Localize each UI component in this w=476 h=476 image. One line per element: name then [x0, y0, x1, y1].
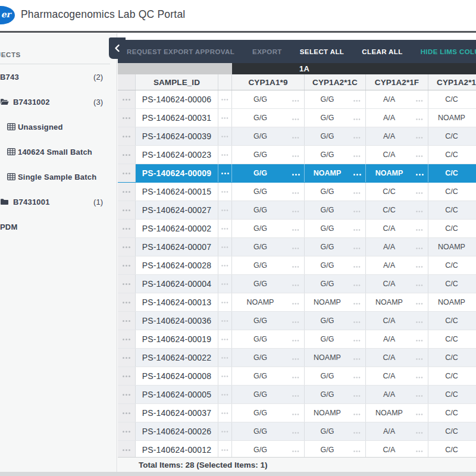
genotype-cell[interactable]: G/G: [232, 90, 305, 108]
sample-menu-cell[interactable]: [218, 293, 232, 311]
genotype-cell[interactable]: C/C: [428, 90, 476, 108]
table-row[interactable]: PS-140624-00019 G/G G/G A/A C/C: [118, 330, 476, 349]
sample-id-cell[interactable]: PS-140624-00012: [136, 441, 218, 457]
genotype-cell[interactable]: G/G: [305, 201, 366, 219]
genotype-cell[interactable]: NOAMP: [428, 293, 476, 311]
genotype-cell[interactable]: G/G: [232, 146, 305, 164]
genotype-cell[interactable]: NOAMP: [366, 293, 428, 311]
genotype-cell[interactable]: NOAMP: [232, 293, 305, 311]
table-row[interactable]: PS-140624-00009 G/G NOAMP NOAMP C/C: [118, 164, 476, 183]
genotype-cell[interactable]: NOAMP: [428, 238, 476, 256]
row-handle[interactable]: [118, 312, 136, 330]
table-row[interactable]: PS-140624-00028 G/G G/G A/A C/C: [118, 256, 476, 275]
genotype-cell[interactable]: C/C: [428, 312, 476, 330]
genotype-cell[interactable]: G/G: [232, 349, 305, 367]
sample-menu-cell[interactable]: [218, 256, 232, 274]
genotype-cell[interactable]: G/G: [232, 256, 305, 274]
genotype-cell[interactable]: G/G: [232, 312, 305, 330]
genotype-cell[interactable]: C/C: [428, 422, 476, 440]
row-handle[interactable]: [118, 220, 136, 237]
sample-id-cell[interactable]: PS-140624-00031: [136, 109, 218, 127]
genotype-cell[interactable]: C/A: [366, 441, 428, 457]
sample-id-cell[interactable]: PS-140624-00002: [136, 220, 218, 237]
row-handle[interactable]: [118, 238, 136, 256]
sample-menu-cell[interactable]: [218, 404, 232, 422]
sample-menu-cell[interactable]: [218, 146, 232, 164]
row-handle[interactable]: [118, 275, 136, 293]
sample-id-cell[interactable]: PS-140624-00027: [136, 201, 218, 219]
genotype-cell[interactable]: NOAMP: [305, 349, 366, 367]
genotype-cell[interactable]: G/G: [305, 90, 366, 108]
genotype-cell[interactable]: G/G: [232, 201, 305, 219]
genotype-cell[interactable]: G/G: [232, 238, 305, 256]
column-header-cyp1a2-1k[interactable]: CYP1A2*1K: [428, 74, 476, 90]
genotype-cell[interactable]: C/C: [428, 330, 476, 348]
genotype-cell[interactable]: NOAMP: [428, 109, 476, 127]
sample-menu-cell[interactable]: [218, 312, 232, 330]
genotype-cell[interactable]: C/C: [428, 146, 476, 164]
row-handle[interactable]: [118, 293, 136, 311]
sidebar-item-unassigned[interactable]: Unassigned: [0, 114, 117, 139]
genotype-cell[interactable]: A/A: [366, 330, 428, 348]
genotype-cell[interactable]: C/A: [366, 349, 428, 367]
genotype-cell[interactable]: C/C: [366, 183, 428, 201]
sample-id-cell[interactable]: PS-140624-00036: [136, 312, 218, 330]
sample-menu-cell[interactable]: [218, 441, 232, 457]
table-row[interactable]: PS-140624-00039 G/G G/G A/A C/C: [118, 127, 476, 146]
sample-menu-cell[interactable]: [218, 220, 232, 237]
sample-id-cell[interactable]: PS-140624-00019: [136, 330, 218, 348]
toolbar-button-request-export-approval[interactable]: REQUEST EXPORT APPROVAL: [127, 48, 234, 55]
sample-menu-cell[interactable]: [218, 201, 232, 219]
genotype-cell[interactable]: G/G: [305, 109, 366, 127]
genotype-cell[interactable]: A/A: [366, 109, 428, 127]
table-row[interactable]: PS-140624-00015 G/G G/G C/C C/C: [118, 183, 476, 201]
toolbar-button-export[interactable]: EXPORT: [252, 48, 282, 55]
sample-menu-cell[interactable]: [218, 183, 232, 201]
genotype-cell[interactable]: G/G: [232, 275, 305, 293]
sample-menu-cell[interactable]: [218, 349, 232, 367]
row-handle[interactable]: [118, 127, 136, 145]
genotype-cell[interactable]: G/G: [305, 146, 366, 164]
genotype-cell[interactable]: C/C: [428, 386, 476, 403]
genotype-cell[interactable]: G/G: [305, 422, 366, 440]
sample-id-cell[interactable]: PS-140624-00013: [136, 293, 218, 311]
table-row[interactable]: PS-140624-00004 G/G G/G C/A C/C: [118, 275, 476, 293]
sidebar-item-140624-small-batch[interactable]: 140624 Small Batch: [0, 139, 117, 164]
row-handle[interactable]: [118, 330, 136, 348]
genotype-cell[interactable]: G/G: [232, 441, 305, 457]
genotype-cell[interactable]: C/C: [428, 441, 476, 457]
sample-id-cell[interactable]: PS-140624-00037: [136, 404, 218, 422]
sample-id-cell[interactable]: PS-140624-00005: [136, 386, 218, 403]
genotype-cell[interactable]: A/A: [366, 90, 428, 108]
table-row[interactable]: PS-140624-00013 NOAMP NOAMP NOAMP NOAMP: [118, 293, 476, 312]
row-handle[interactable]: [118, 146, 136, 164]
column-header-cyp1a1-9[interactable]: CYP1A1*9: [232, 74, 305, 90]
sample-id-cell[interactable]: PS-140624-00028: [136, 256, 218, 274]
genotype-cell[interactable]: G/G: [305, 275, 366, 293]
row-handle[interactable]: [118, 422, 136, 440]
genotype-cell[interactable]: C/C: [428, 256, 476, 274]
sample-menu-cell[interactable]: [218, 422, 232, 440]
genotype-cell[interactable]: G/G: [232, 220, 305, 237]
genotype-cell[interactable]: NOAMP: [305, 293, 366, 311]
collapse-sidebar-button[interactable]: [109, 37, 126, 59]
sample-id-cell[interactable]: PS-140624-00039: [136, 127, 218, 145]
genotype-cell[interactable]: G/G: [305, 183, 366, 201]
sample-id-cell[interactable]: PS-140624-00009: [136, 164, 218, 182]
genotype-cell[interactable]: G/G: [232, 404, 305, 422]
genotype-cell[interactable]: NOAMP: [305, 164, 366, 182]
genotype-cell[interactable]: G/G: [232, 164, 305, 182]
genotype-cell[interactable]: C/C: [428, 127, 476, 145]
genotype-cell[interactable]: G/G: [305, 330, 366, 348]
sample-menu-cell[interactable]: [218, 238, 232, 256]
genotype-cell[interactable]: G/G: [232, 367, 305, 385]
sample-id-cell[interactable]: PS-140624-00023: [136, 146, 218, 164]
genotype-cell[interactable]: C/A: [366, 220, 428, 237]
table-row[interactable]: PS-140624-00036 G/G G/G C/A C/C: [118, 312, 476, 330]
sidebar-item-b743[interactable]: B743 (2): [0, 64, 117, 89]
sample-id-cell[interactable]: PS-140624-00026: [136, 422, 218, 440]
sample-menu-cell[interactable]: [218, 127, 232, 145]
sample-menu-cell[interactable]: [218, 275, 232, 293]
genotype-cell[interactable]: G/G: [305, 441, 366, 457]
sample-id-cell[interactable]: PS-140624-00006: [136, 90, 218, 108]
